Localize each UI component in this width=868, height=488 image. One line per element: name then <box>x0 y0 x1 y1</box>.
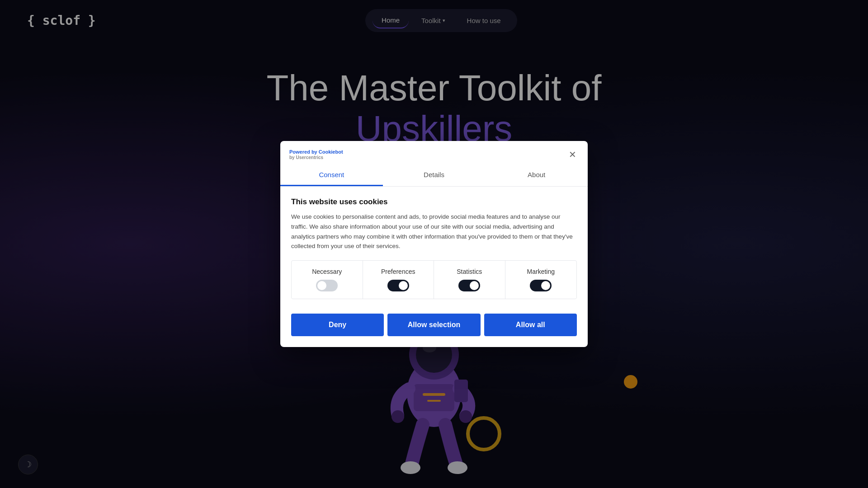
toggle-marketing-switch[interactable] <box>530 280 552 291</box>
toggle-necessary: Necessary <box>292 261 363 299</box>
toggle-statistics: Statistics <box>434 261 505 299</box>
toggle-statistics-thumb <box>470 281 479 290</box>
toggle-statistics-switch[interactable] <box>458 280 480 291</box>
toggle-necessary-thumb <box>317 281 326 290</box>
allow-all-button[interactable]: Allow all <box>484 314 577 336</box>
toggle-preferences-switch[interactable] <box>387 280 409 291</box>
toggle-marketing-label: Marketing <box>527 268 555 275</box>
cookiebot-sub: by Usercentrics <box>289 155 323 160</box>
cookiebot-name: Cookiebot <box>319 149 343 155</box>
dialog-tabs: Consent Details About <box>280 164 588 187</box>
cookie-dialog: Powered by Cookiebot by Usercentrics ✕ C… <box>280 141 588 347</box>
toggle-preferences-thumb <box>399 281 408 290</box>
tab-consent[interactable]: Consent <box>280 164 383 186</box>
tab-details[interactable]: Details <box>383 164 486 186</box>
allow-selection-button[interactable]: Allow selection <box>387 314 480 336</box>
toggle-necessary-switch[interactable] <box>316 280 338 291</box>
deny-button[interactable]: Deny <box>291 314 384 336</box>
toggle-marketing-thumb <box>541 281 550 290</box>
dialog-actions: Deny Allow selection Allow all <box>280 306 588 347</box>
toggle-preferences-label: Preferences <box>381 268 415 275</box>
toggle-marketing: Marketing <box>505 261 577 299</box>
dialog-title: This website uses cookies <box>291 197 577 206</box>
toggle-statistics-label: Statistics <box>457 268 482 275</box>
cookie-toggles: Necessary Preferences Statistics <box>291 260 577 299</box>
close-button[interactable]: ✕ <box>566 148 579 161</box>
dialog-body: This website uses cookies We use cookies… <box>280 187 588 306</box>
toggle-preferences: Preferences <box>363 261 434 299</box>
dialog-header: Powered by Cookiebot by Usercentrics ✕ <box>280 141 588 161</box>
tab-about[interactable]: About <box>485 164 588 186</box>
dialog-description: We use cookies to personalise content an… <box>291 212 577 251</box>
cookie-overlay: Powered by Cookiebot by Usercentrics ✕ C… <box>0 0 868 488</box>
cookiebot-branding: Powered by Cookiebot by Usercentrics <box>289 149 343 160</box>
toggle-necessary-label: Necessary <box>312 268 342 275</box>
